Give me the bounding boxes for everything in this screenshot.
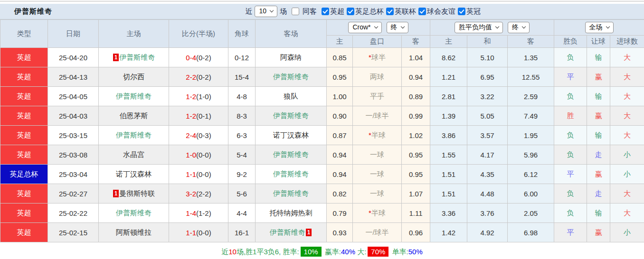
halftime-score: (2-2) <box>196 190 211 198</box>
date-cell: 25-04-20 <box>48 48 99 67</box>
avg-source-select[interactable]: 胜平负均值 <box>455 22 503 33</box>
away-team-cell: 诺丁汉森林 <box>256 126 327 145</box>
result-cell: 胜 <box>554 106 587 126</box>
league-filter-0: 英超 <box>319 7 344 16</box>
filter-controls: 近 10 场 同客 英超英足总杯英联杯球会友谊英冠 <box>245 6 481 17</box>
col-header-result: 胜负 <box>554 36 587 48</box>
avg-draw-cell: 4.92 <box>467 223 508 242</box>
odds-away-cell: 0.94 <box>402 67 430 87</box>
league-cell: 英超 <box>0 145 48 165</box>
date-cell: 25-03-04 <box>48 165 99 184</box>
avg-away-cell: 2.05 <box>508 204 554 223</box>
odds-away-cell: 1.11 <box>402 204 430 223</box>
team-name: 托特纳姆热刺 <box>270 209 313 217</box>
col-header-date: 日期 <box>48 20 99 48</box>
handicap-cell: 一球 <box>353 145 402 165</box>
home-team-cell: 1曼彻斯特联 <box>99 184 169 204</box>
summary-segment-9: 50% <box>408 248 423 256</box>
summary-line: 近10场,胜1平3负6, 胜率:10% 赢率:40% 大:70% 单率:50% <box>0 246 644 259</box>
handicap-result-cell: 走 <box>587 145 610 165</box>
team-name: 水晶宫 <box>123 150 144 158</box>
col-header-avg-home: 主 <box>430 36 467 48</box>
score-cell: 1-2(0-1) <box>169 106 228 126</box>
league-filter-checkbox[interactable] <box>418 8 426 15</box>
goals-result-cell: 小 <box>610 165 644 184</box>
score-cell: 2-2(0-2) <box>169 67 228 87</box>
avg-stage-select[interactable]: 终 <box>508 22 530 33</box>
league-cell: 英超 <box>0 87 48 106</box>
chevron-down-icon <box>400 25 404 28</box>
same-away-label: 同客 <box>303 7 317 16</box>
avg-away-cell: 1.35 <box>508 48 554 67</box>
col-header-odds-handicap: 盘口 <box>353 36 402 48</box>
avg-away-cell: 7.49 <box>508 106 554 126</box>
goals-result-cell: 大 <box>610 106 644 126</box>
team-name: 伊普斯维奇 <box>116 92 152 100</box>
halftime-score: (0-3) <box>196 131 211 139</box>
league-filter-checkbox[interactable] <box>386 8 394 15</box>
avg-home-cell: 3.36 <box>430 204 467 223</box>
scope-select[interactable]: 全场 <box>585 22 614 33</box>
avg-away-cell: 6.98 <box>508 223 554 242</box>
halftime-score: (1-0) <box>196 92 211 101</box>
home-team-cell: 1伊普斯维奇 <box>99 48 169 67</box>
handicap-text: 一球 <box>370 150 384 158</box>
handicap-text: 一/球半 <box>365 228 388 236</box>
summary-segment-4: 赢率: <box>323 248 341 256</box>
rank-badge: 1 <box>306 229 312 236</box>
table-row: 英超25-04-13切尔西2-2(0-2)15-4伊普斯维奇0.95两球0.94… <box>0 67 644 87</box>
recent-count-select[interactable]: 10 <box>255 6 277 17</box>
goals-result-cell: 大 <box>610 48 644 67</box>
col-header-handicap-result: 让球 <box>587 36 610 48</box>
avg-home-cell: 2.81 <box>430 87 467 106</box>
date-cell: 25-02-22 <box>48 204 99 223</box>
col-header-type: 类型 <box>0 20 48 48</box>
avg-away-cell: 2.59 <box>508 87 554 106</box>
summary-segment-5: 40% <box>341 248 355 256</box>
handicap-result-cell: 走 <box>587 184 610 204</box>
league-filter-checkbox[interactable] <box>322 8 329 15</box>
league-filter-checkbox[interactable] <box>347 8 354 15</box>
avg-draw-cell: 6.95 <box>467 67 508 87</box>
handicap-result-cell: 赢 <box>587 165 610 184</box>
handicap-text: 一/球半 <box>365 111 388 120</box>
team-name: 曼彻斯特联 <box>119 189 155 197</box>
away-team-cell: 伊普斯维奇 <box>256 165 327 184</box>
corner-cell: 4-8 <box>228 87 256 106</box>
avg-home-cell: 8.62 <box>430 48 467 67</box>
league-cell: 英超 <box>0 204 48 223</box>
home-team-cell: 伯恩茅斯 <box>99 106 169 126</box>
halftime-score: (0-0) <box>196 170 211 178</box>
team-name: 伊普斯维奇 <box>116 131 152 139</box>
team-name: 伊普斯维奇 <box>273 189 309 197</box>
score-cell: 2-4(0-3) <box>169 126 228 145</box>
home-team-cell: 切尔西 <box>99 67 169 87</box>
same-away-checkbox[interactable] <box>292 8 299 15</box>
league-filter-label: 英联杯 <box>395 7 416 16</box>
avg-draw-cell: 4.48 <box>467 184 508 204</box>
halftime-score: (0-2) <box>196 73 211 81</box>
col-header-score: 比分(半场) <box>169 20 228 48</box>
odds-away-cell: 1.02 <box>402 126 430 145</box>
avg-home-cell: 1.55 <box>430 145 467 165</box>
goals-result-cell: 小 <box>610 145 644 165</box>
league-filter-checkbox[interactable] <box>458 8 465 15</box>
odds-source-select[interactable]: Crow* <box>348 22 381 33</box>
odds-home-cell: 0.87 <box>327 126 353 145</box>
corner-cell: 16-1 <box>228 223 256 242</box>
team-name: 伊普斯维奇 <box>273 73 309 81</box>
scope-value: 全场 <box>589 23 603 31</box>
avg-away-cell: 1.95 <box>508 126 554 145</box>
handicap-text: 球半 <box>371 53 386 61</box>
result-cell: 负 <box>554 145 587 165</box>
handicap-cell: *半球 <box>353 204 402 223</box>
avg-away-cell: 5.96 <box>508 145 554 165</box>
away-team-cell: 伊普斯维奇 <box>256 145 327 165</box>
table-row: 英超25-02-271曼彻斯特联3-2(2-2)5-6伊普斯维奇0.82一球1.… <box>0 184 644 204</box>
odds-stage-select[interactable]: 终 <box>387 22 408 33</box>
home-team-cell: 水晶宫 <box>99 145 169 165</box>
matches-label: 场 <box>280 7 287 16</box>
league-filter-1: 英足总杯 <box>344 7 384 16</box>
team-name: 伊普斯维奇 <box>273 170 309 178</box>
score-cell: 0-4(0-2) <box>169 48 228 67</box>
